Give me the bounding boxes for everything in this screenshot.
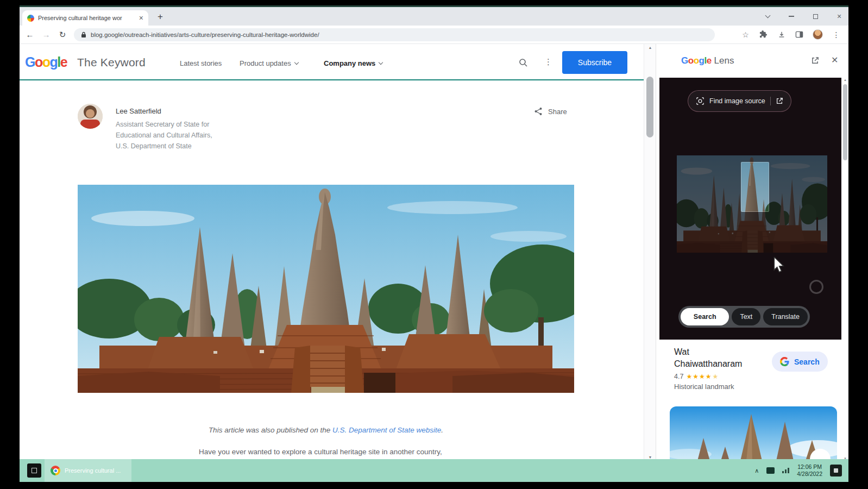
- lens-ring-icon: [809, 280, 823, 294]
- lens-mode-chips: Search Text Translate: [678, 306, 810, 328]
- nav-latest-stories[interactable]: Latest stories: [180, 59, 222, 67]
- content-area: Google The Keyword Latest stories Produc…: [20, 44, 848, 461]
- window-controls: ×: [764, 7, 843, 26]
- minimize-button[interactable]: [788, 12, 795, 20]
- search-icon[interactable]: [519, 58, 527, 69]
- chip-search[interactable]: Search: [681, 308, 729, 325]
- browser-menu-dots-icon[interactable]: ⋮: [832, 30, 841, 39]
- window-menu-chevron-icon[interactable]: [764, 12, 771, 20]
- downloads-icon[interactable]: [777, 30, 786, 39]
- notification-glyph: [834, 468, 838, 473]
- browser-window: Preserving cultural heritage wor × + × ←…: [20, 5, 848, 459]
- taskbar-app-label: Preserving cultural ...: [65, 467, 121, 474]
- chip-translate[interactable]: Translate: [763, 308, 808, 325]
- nav-company-news[interactable]: Company news: [324, 59, 382, 67]
- share-icon: [534, 107, 543, 116]
- result-name[interactable]: Wat Chaiwatthanaram: [674, 346, 750, 370]
- extensions-puzzle-icon[interactable]: [759, 30, 768, 39]
- notification-center-icon[interactable]: [830, 465, 842, 477]
- open-in-new-icon[interactable]: [776, 97, 783, 105]
- author-name: Lee Satterfield: [116, 107, 161, 115]
- system-tray: ∧ 12:06 PM 4/28/2022: [754, 459, 842, 482]
- network-signal-icon[interactable]: [782, 468, 789, 473]
- tray-app-icon[interactable]: [766, 467, 775, 474]
- rating-value: 4.7: [674, 373, 683, 380]
- address-bar[interactable]: blog.google/outreach-initiatives/arts-cu…: [74, 28, 715, 41]
- star-icons: ★★★★: [686, 373, 712, 380]
- state-website-link[interactable]: U.S. Department of State website: [332, 426, 441, 434]
- google-search-label: Search: [794, 358, 820, 366]
- close-panel-icon[interactable]: ✕: [831, 55, 838, 65]
- browser-toolbar: ← → ↻ blog.google/outreach-initiatives/a…: [20, 26, 848, 44]
- chevron-down-icon: [294, 60, 298, 65]
- lens-selection-region[interactable]: [741, 162, 769, 212]
- article-paragraph: Have you ever wanted to explore a cultur…: [199, 448, 525, 456]
- forward-button[interactable]: →: [41, 30, 51, 39]
- share-button[interactable]: Share: [534, 107, 567, 116]
- find-image-source-label: Find image source: [709, 97, 765, 105]
- lens-logo: GoogleLens: [681, 55, 734, 66]
- google-logo[interactable]: Google: [25, 54, 67, 70]
- keyword-page: Google The Keyword Latest stories Produc…: [20, 44, 644, 461]
- scroll-up-icon[interactable]: ▲: [841, 78, 849, 82]
- lens-side-panel: GoogleLens ✕ Find image source: [656, 44, 848, 461]
- chrome-icon: [51, 466, 60, 475]
- partial-star-icon: ★: [712, 373, 718, 380]
- result-category: Historical landmark: [674, 383, 750, 391]
- tab-strip: Preserving cultural heritage wor × + ×: [20, 7, 848, 26]
- clock-time: 12:06 PM: [797, 463, 822, 471]
- reload-button[interactable]: ↻: [58, 30, 67, 40]
- browser-tab[interactable]: Preserving cultural heritage wor ×: [22, 10, 148, 26]
- tab-close-icon[interactable]: ×: [139, 14, 143, 22]
- scrollbar-thumb[interactable]: [646, 77, 653, 137]
- editor-note: This article was also published on the U…: [78, 426, 574, 434]
- taskbar: Preserving cultural ... ∧ 12:06 PM 4/28/…: [20, 459, 848, 482]
- taskbar-chrome-app[interactable]: Preserving cultural ...: [45, 459, 131, 482]
- maximize-button[interactable]: [812, 12, 819, 20]
- scroll-up-icon[interactable]: ▲: [644, 46, 656, 49]
- author-role: Assistant Secretary of State for Educati…: [116, 119, 217, 152]
- pill-divider: [770, 97, 771, 105]
- subscribe-button[interactable]: Subscribe: [562, 51, 627, 74]
- mouse-cursor: [772, 257, 786, 275]
- tab-favicon-icon: [27, 15, 34, 22]
- keyword-header: Google The Keyword Latest stories Produc…: [20, 44, 644, 80]
- author-avatar: [78, 104, 103, 129]
- start-glyph-icon: [32, 468, 37, 473]
- tray-chevron-up-icon[interactable]: ∧: [754, 467, 759, 474]
- close-window-button[interactable]: ×: [835, 12, 843, 20]
- lens-result: Wat Chaiwatthanaram 4.7 ★★★★ ★ Historica…: [674, 346, 750, 391]
- related-image-thumbnail[interactable]: [670, 406, 837, 461]
- side-panel-icon[interactable]: [795, 30, 804, 39]
- nav-product-updates[interactable]: Product updates: [240, 59, 298, 67]
- open-in-new-icon[interactable]: [811, 57, 819, 67]
- scroll-down-icon[interactable]: ▼: [644, 455, 656, 459]
- chip-text[interactable]: Text: [732, 308, 760, 325]
- new-tab-button[interactable]: +: [154, 11, 166, 23]
- site-title[interactable]: The Keyword: [77, 56, 146, 69]
- lens-selected-image[interactable]: [677, 155, 827, 253]
- taskbar-start-icon[interactable]: [27, 463, 41, 478]
- clock-date: 4/28/2022: [797, 471, 822, 478]
- google-g-icon: [780, 357, 789, 366]
- google-search-button[interactable]: Search: [772, 352, 828, 372]
- share-label: Share: [548, 108, 567, 116]
- lens-panel-scrollbar[interactable]: ▲ ▼: [841, 78, 849, 461]
- find-image-source-button[interactable]: Find image source: [688, 90, 791, 112]
- lens-panel-header: GoogleLens ✕: [656, 44, 848, 78]
- lock-icon: [81, 32, 86, 38]
- header-menu-dots-icon[interactable]: ⋮: [544, 57, 552, 67]
- bookmark-star-icon[interactable]: ☆: [741, 30, 750, 39]
- page-scrollbar[interactable]: ▲ ▼: [644, 44, 656, 461]
- lens-image-region: Find image source Search Text Translate: [659, 78, 841, 340]
- panel-scrollbar-thumb[interactable]: [843, 84, 847, 160]
- lens-camera-icon: [696, 97, 705, 105]
- toolbar-actions: ☆ ⋮: [741, 29, 843, 40]
- back-button[interactable]: ←: [25, 30, 35, 39]
- hero-image-wat-chaiwatthanaram: [78, 185, 574, 393]
- chevron-down-icon: [379, 60, 383, 65]
- profile-avatar[interactable]: [813, 29, 823, 40]
- taskbar-clock[interactable]: 12:06 PM 4/28/2022: [797, 463, 822, 478]
- result-rating: 4.7 ★★★★ ★: [674, 373, 750, 380]
- tab-title: Preserving cultural heritage wor: [38, 15, 135, 21]
